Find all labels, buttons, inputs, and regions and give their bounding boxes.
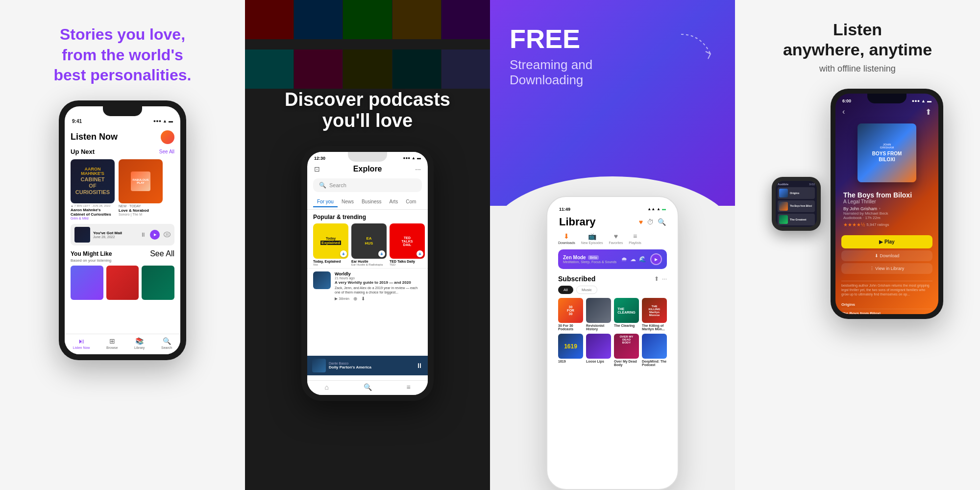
nav-listen-now[interactable]: ⏯ Listen Now	[73, 337, 90, 349]
tab-new-episodes[interactable]: 📺 New Episodes	[581, 232, 603, 245]
pod-today-explained[interactable]: TodayExplained + Today, Explained Vox	[313, 223, 348, 266]
download-button[interactable]: ⬇ Download	[841, 250, 932, 261]
more-icon-3[interactable]: ···	[662, 275, 667, 282]
panel-4: Listen anywhere, anytime with offline li…	[735, 0, 980, 490]
lib-pod-5[interactable]: 1619 1619	[558, 334, 583, 367]
lib-pod-3[interactable]: THECLEARING The Clearing	[614, 298, 639, 331]
phone-4-screen: 6:00 ●●● ▲ ▬ ‹ ⬆ JOHN GRISHAM BOYS FROM …	[835, 94, 938, 314]
panel-2-overlay: Discover podcasts you'll love 12:30 ●●● …	[245, 0, 490, 490]
share-icon[interactable]: ⬆	[654, 275, 659, 282]
lib-pod-6[interactable]: Loose Lips	[586, 334, 611, 367]
tab-for-you[interactable]: For you	[313, 197, 338, 207]
skip-icon[interactable]: 30	[164, 232, 171, 237]
back-button[interactable]: ‹	[842, 107, 845, 117]
ab-cover: JOHN GRISHAM BOYS FROM BILOXI	[858, 123, 916, 182]
wifi-icon-4: ▲	[921, 98, 926, 103]
battery-icon: ▬	[169, 119, 173, 123]
now-playing-bar-2[interactable]: Dante Basco Dolly Parton's America ⏸	[307, 356, 428, 375]
panel-3-phone-area: 11:49 ▲▲ ▲ ▬ Library ♥ ⏱ 🔍	[546, 196, 679, 490]
nav-library[interactable]: 📚 Library	[134, 337, 145, 349]
list-icon-2[interactable]: ≡	[406, 383, 410, 391]
search-icon-2[interactable]: 🔍	[364, 383, 372, 391]
podcast-fabulous[interactable]: FABULOUSPLAY NEW · TODAY Love & Norabod …	[119, 159, 163, 220]
lib-pod-1[interactable]: 30FOR30 30 For 30 Podcasts	[558, 298, 583, 331]
see-all-might-like[interactable]: See All	[150, 249, 174, 258]
see-all-up-next[interactable]: See All	[159, 149, 174, 154]
more-icon[interactable]: ···	[415, 165, 421, 173]
heart-icon[interactable]: ♥	[639, 218, 643, 226]
library-icons: ♥ ⏱ 🔍	[639, 218, 666, 226]
lib-pod-7[interactable]: OVER MYDEADBODY Over My Dead Body	[614, 334, 639, 367]
tab-arts[interactable]: Arts	[386, 197, 402, 207]
lib-pod-2[interactable]: Revisionist History	[586, 298, 611, 331]
tab-playlists[interactable]: ≡ Playlists	[629, 232, 641, 245]
rec-card-2[interactable]	[106, 266, 139, 300]
chip-music[interactable]: Music	[576, 286, 597, 294]
pod-ear-hustle[interactable]: EAHUS + Ear Hustle Ear Hustle & Radiotop…	[351, 223, 387, 266]
ep-add-icon[interactable]: ⊕	[353, 296, 357, 301]
episode-thumb	[313, 271, 331, 289]
pause-icon[interactable]: ⏸	[140, 231, 146, 238]
add-button-ted[interactable]: +	[416, 250, 423, 257]
play-button-ab[interactable]: ▶ Play	[841, 235, 932, 248]
tab-business[interactable]: Business	[358, 197, 386, 207]
view-library-button[interactable]: ⋮ View in Library	[841, 263, 932, 274]
nav-browse[interactable]: ⊞ Browse	[106, 337, 118, 349]
lib-thumb-1619: 1619	[558, 334, 583, 359]
rec-card-3[interactable]	[142, 266, 174, 300]
search-bar[interactable]: 🔍 Search	[313, 178, 422, 192]
free-headline: FREE	[510, 24, 592, 53]
ab-title: The Boys from Biloxi	[843, 191, 931, 199]
bottom-nav-1: ⏯ Listen Now ⊞ Browse 📚 Library 🔍 Search	[65, 334, 180, 354]
pod-ted-talks[interactable]: TEDTALKSDAIL + TED Talks Daily TED	[390, 223, 425, 266]
search-icon-3[interactable]: 🔍	[658, 218, 666, 226]
panel-1: Stories you love, from the world's best …	[0, 0, 245, 490]
tab-downloads[interactable]: ⬇ Downloads	[558, 232, 575, 245]
podcast-cabinet[interactable]: AARONMAHNKE'SCABINETOFCURIOSITIES ▲ 7 MI…	[71, 159, 115, 220]
episode-item[interactable]: Worldly 21 hours ago A very Worldly guid…	[307, 268, 428, 304]
chip-all[interactable]: All	[558, 286, 573, 294]
watch-item-3[interactable]: The Greatest	[778, 214, 815, 225]
ep-download-icon[interactable]: ⬇	[361, 296, 365, 301]
np-bar-info: Dante Basco Dolly Parton's America	[329, 362, 413, 369]
add-button-ear[interactable]: +	[378, 250, 385, 257]
watch-item-1[interactable]: Origins	[778, 187, 815, 199]
lib-thumb-30for30: 30FOR30	[558, 298, 583, 323]
tab-news[interactable]: News	[338, 197, 358, 207]
watch-text-1: Origins	[790, 192, 799, 195]
watch-thumb-3	[779, 215, 788, 224]
zen-mode-banner[interactable]: Zen Mode Beta Meditation, Sleep, Focus &…	[558, 249, 667, 269]
zen-icon-3: 🌊	[639, 256, 646, 263]
ab-author[interactable]: By John Grisham ›	[843, 206, 931, 211]
playback-controls: ⏸ 30	[140, 230, 171, 240]
nav-search[interactable]: 🔍 Search	[161, 337, 172, 349]
play-button[interactable]	[150, 230, 160, 240]
share-button[interactable]: ⬆	[925, 107, 931, 117]
ep-play-icon[interactable]: ▶ 38min	[335, 296, 349, 301]
np-pause-icon[interactable]: ⏸	[416, 362, 423, 369]
list-item-2[interactable]: The Boys from Biloxi	[841, 309, 932, 314]
home-icon-2[interactable]: ⌂	[324, 383, 328, 391]
tab-favorites[interactable]: ♥ Favorites	[609, 232, 623, 245]
phone-1-screen: 9:41 ●●● ▲ ▬ Listen Now Up Next See All …	[65, 106, 180, 354]
signal-icon-4: ●●●	[912, 98, 920, 103]
zen-play-button[interactable]: ▶	[650, 253, 662, 265]
phone-1-notch	[103, 106, 142, 116]
rec-card-1[interactable]	[71, 266, 103, 300]
now-playing[interactable]: You've Got Mail June 28, 2022 ⏸ 30	[71, 224, 174, 245]
cast-icon[interactable]: ⊡	[314, 165, 320, 173]
history-icon[interactable]: ⏱	[647, 218, 654, 226]
list-item-1[interactable]: Origins	[841, 300, 932, 309]
avatar[interactable]	[161, 130, 174, 144]
lib-pod-4[interactable]: THEKILLINGMarilynMonroe The Killing of M…	[642, 298, 667, 331]
phone-4: 6:00 ●●● ▲ ▬ ‹ ⬆ JOHN GRISHAM BOYS FROM …	[831, 89, 943, 319]
tab-com[interactable]: Com	[402, 197, 420, 207]
battery-icon-4: ▬	[927, 98, 931, 103]
lib-pod-8[interactable]: DeepMind: The Podcast	[642, 334, 667, 367]
signal-icon-3: ▲▲	[647, 207, 655, 212]
watch-item-2[interactable]: The Boys from Biloxi	[778, 200, 815, 212]
watch-text-3: The Greatest	[790, 218, 807, 221]
playlists-icon: ≡	[633, 232, 637, 240]
add-button-today[interactable]: +	[340, 250, 347, 257]
zen-icons: 🌧 ☁ 🌊	[621, 256, 646, 263]
